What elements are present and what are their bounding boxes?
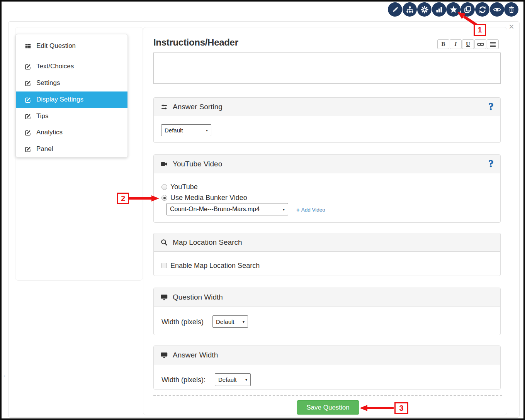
- answer-width-panel: Answer Width Width (pixels): Default ▾: [153, 345, 501, 390]
- edit-icon: [25, 146, 31, 152]
- add-video-link[interactable]: + Add Video: [296, 205, 325, 214]
- section-title: YouTube Video: [173, 160, 222, 168]
- answer-width-select[interactable]: Default ▾: [215, 373, 251, 386]
- refresh-icon: [478, 5, 487, 14]
- answer-sorting-panel: Answer Sorting ? Default ▾: [153, 97, 501, 143]
- youtube-radio[interactable]: [161, 184, 167, 190]
- plus-icon: +: [296, 207, 300, 213]
- section-title: Answer Sorting: [173, 103, 223, 111]
- map-location-header: Map Location Search: [154, 233, 500, 252]
- enable-map-search-label[interactable]: Enable Map Location Search: [170, 261, 260, 270]
- list-icon: [25, 43, 31, 49]
- link-button[interactable]: [474, 39, 486, 49]
- italic-button[interactable]: I: [450, 39, 462, 49]
- select-value: Default: [165, 127, 183, 134]
- bar-chart-icon: [435, 5, 443, 14]
- question-width-header: Question Width: [154, 288, 500, 307]
- section-title: Answer Width: [173, 351, 218, 359]
- preview-eye-button[interactable]: [490, 2, 504, 17]
- sidebar-item-label: Display Settings: [36, 96, 83, 103]
- question-width-select[interactable]: Default ▾: [212, 315, 248, 328]
- edit-icon: [25, 129, 31, 136]
- question-width-panel: Question Width Width (pixels) Default ▾: [153, 288, 501, 335]
- add-video-label: Add Video: [301, 207, 325, 213]
- sidebar-item-label: Tips: [36, 112, 49, 120]
- link-icon: [477, 41, 484, 48]
- edit-icon: [25, 97, 31, 103]
- instructions-textarea[interactable]: [153, 52, 501, 84]
- map-location-panel: Map Location Search Enable Map Location …: [153, 233, 501, 276]
- caret-down-icon: ▾: [280, 207, 285, 212]
- close-icon[interactable]: ×: [507, 22, 516, 31]
- edit-icon: [25, 80, 31, 86]
- caret-down-icon: ▾: [203, 128, 208, 132]
- media-bunker-video-select[interactable]: Count-On-Me---Bruno-Mars.mp4 ▾: [167, 203, 288, 215]
- sidebar-item-label: Edit Question: [36, 42, 76, 50]
- caret-down-icon: ▾: [240, 320, 245, 324]
- media-bunker-radio-label[interactable]: Use Media Bunker Video: [170, 193, 247, 202]
- help-icon[interactable]: ?: [489, 102, 494, 112]
- eye-icon: [493, 5, 501, 14]
- enable-map-search-checkbox[interactable]: [161, 263, 167, 268]
- sidebar-item-analytics[interactable]: Analytics: [16, 124, 127, 141]
- sidebar-item-edit-question[interactable]: Edit Question: [16, 38, 127, 54]
- justify-icon: [489, 41, 497, 48]
- sidebar-item-display-settings[interactable]: Display Settings: [16, 91, 127, 108]
- sidebar-item-panel[interactable]: Panel: [16, 141, 127, 157]
- exchange-icon: [160, 103, 168, 111]
- help-icon[interactable]: ?: [489, 159, 494, 169]
- sidebar-item-label: Analytics: [36, 129, 63, 136]
- select-value: Default: [218, 376, 237, 383]
- sidebar-item-tips[interactable]: Tips: [16, 108, 127, 124]
- clone-icon: [464, 5, 472, 14]
- sidebar-item-label: Text/Choices: [36, 63, 74, 70]
- sidebar-item-label: Settings: [36, 79, 60, 87]
- favorite-star-button[interactable]: [446, 2, 460, 17]
- answer-width-header: Answer Width: [154, 346, 500, 364]
- trash-icon: [507, 5, 516, 14]
- sidebar-item-text-choices[interactable]: Text/Choices: [16, 58, 127, 75]
- youtube-radio-label[interactable]: YouTube: [170, 182, 198, 191]
- edit-icon: [25, 113, 31, 120]
- format-toolbar: B I U: [437, 39, 499, 49]
- sidebar-item-label: Panel: [36, 145, 53, 153]
- caret-down-icon: ▾: [242, 378, 247, 382]
- sitemap-button[interactable]: [403, 2, 417, 17]
- media-bunker-radio[interactable]: [161, 195, 167, 201]
- underline-button[interactable]: U: [462, 39, 474, 49]
- youtube-video-header: YouTube Video ?: [154, 155, 500, 173]
- settings-gear-button[interactable]: [417, 2, 432, 17]
- search-icon: [160, 239, 168, 246]
- monitor-icon: [160, 293, 168, 301]
- save-question-button[interactable]: Save Question: [297, 400, 359, 415]
- stray-dot: .: [3, 371, 5, 378]
- analytics-chart-button[interactable]: [432, 2, 446, 17]
- youtube-video-panel: YouTube Video ? YouTube Use Media Bunker…: [153, 154, 501, 223]
- pencil-icon: [391, 5, 399, 14]
- bold-button[interactable]: B: [437, 39, 449, 49]
- question-width-label: Width (pixels): [161, 317, 204, 327]
- annotation-step-2: 2: [117, 193, 129, 204]
- edit-pencil-button[interactable]: [388, 2, 402, 17]
- delete-button[interactable]: [504, 2, 518, 17]
- refresh-button[interactable]: [475, 2, 489, 17]
- gear-icon: [420, 5, 429, 14]
- section-title: Map Location Search: [173, 238, 242, 247]
- video-camera-icon: [160, 160, 168, 168]
- select-value: Count-On-Me---Bruno-Mars.mp4: [170, 206, 260, 213]
- justify-button[interactable]: [487, 39, 499, 49]
- answer-width-label: Width (pixels):: [161, 375, 206, 384]
- page: × Edit Question Text/Choices Settings Di…: [0, 0, 525, 420]
- sitemap-icon: [406, 5, 414, 14]
- sidebar-menu: Edit Question Text/Choices Settings Disp…: [15, 34, 128, 158]
- footer-divider: [153, 395, 502, 396]
- annotation-step-1: 1: [474, 24, 486, 36]
- answer-sorting-select[interactable]: Default ▾: [161, 124, 211, 136]
- clone-button[interactable]: [460, 2, 475, 17]
- page-title: Instructions/Header: [153, 37, 238, 48]
- edit-icon: [25, 63, 31, 70]
- star-icon: [449, 5, 458, 14]
- sidebar-item-settings[interactable]: Settings: [16, 75, 127, 91]
- select-value: Default: [216, 318, 234, 325]
- section-title: Question Width: [173, 293, 223, 301]
